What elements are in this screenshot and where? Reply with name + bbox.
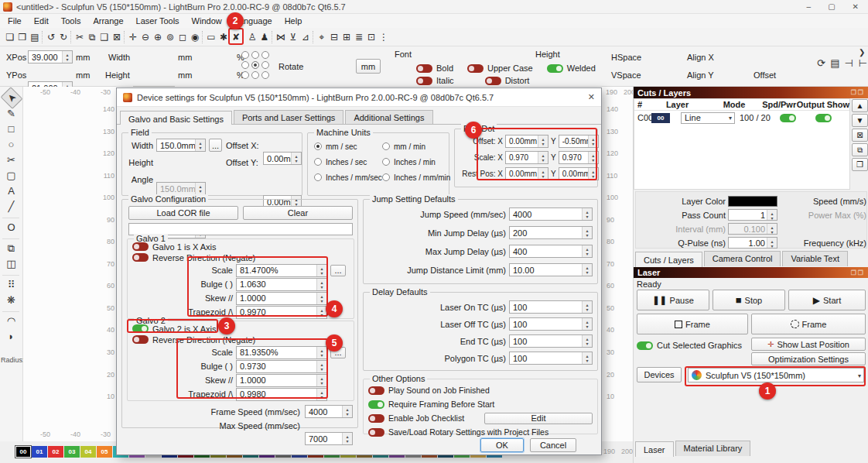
- welded-toggle[interactable]: Welded: [547, 63, 596, 73]
- separator[interactable]: [2, 273, 19, 276]
- clear-cor-button[interactable]: Clear: [243, 206, 353, 220]
- arc-tool[interactable]: ◠: [3, 314, 20, 328]
- interval-input[interactable]: 0.100: [728, 223, 777, 235]
- menu-item[interactable]: Laser Tools: [130, 15, 186, 27]
- new-file-icon[interactable]: ❏: [5, 29, 15, 44]
- camera-capture-icon[interactable]: ◉: [190, 29, 200, 44]
- line-tool[interactable]: ╱: [3, 199, 20, 214]
- distort-toggle[interactable]: Distort: [485, 76, 530, 85]
- preview-icon[interactable]: ▭: [206, 29, 217, 44]
- panel-tab[interactable]: Camera Control: [704, 251, 781, 266]
- separator[interactable]: [202, 31, 204, 43]
- panel-tab[interactable]: Variable Text: [782, 251, 848, 266]
- frame-circle-button[interactable]: Frame: [751, 314, 866, 334]
- palette-chip[interactable]: 03: [64, 446, 80, 458]
- corner-tool[interactable]: ◗: [3, 329, 20, 344]
- optimization-settings-button[interactable]: Optimization Settings: [751, 352, 866, 365]
- galvo-toggle[interactable]: Galvo 1 is X Axis: [132, 242, 255, 252]
- dialog-tab[interactable]: Galvo and Basic Settings: [120, 111, 232, 125]
- zoom-out-icon[interactable]: ⊖: [140, 29, 151, 44]
- separator[interactable]: [2, 215, 19, 218]
- mirror-icon[interactable]: ⊿: [300, 29, 311, 44]
- rotary-tool[interactable]: ❋: [3, 293, 20, 307]
- menu-item[interactable]: Tools: [55, 15, 87, 27]
- separator[interactable]: [313, 31, 315, 43]
- delay-input[interactable]: 100: [509, 352, 593, 365]
- focus-icon[interactable]: ⌖: [316, 29, 327, 44]
- jump-input[interactable]: 10.00: [509, 263, 593, 276]
- text-tool[interactable]: A: [3, 183, 20, 198]
- ok-button[interactable]: OK: [480, 438, 524, 452]
- zoom-in-icon[interactable]: ⊕: [152, 29, 163, 44]
- jump-input[interactable]: 200: [509, 226, 593, 239]
- dialog-close-icon[interactable]: ✕: [588, 92, 595, 102]
- delay-input[interactable]: 100: [509, 300, 593, 314]
- shape-tool[interactable]: ▢: [3, 168, 20, 183]
- edit-nodes-tool[interactable]: ✂: [3, 153, 20, 167]
- separator[interactable]: [2, 309, 19, 312]
- offset-x-input[interactable]: 0.00mm: [263, 152, 302, 165]
- palette-chip[interactable]: 02: [48, 446, 63, 458]
- unit-toggle-button[interactable]: mm: [356, 59, 381, 74]
- delay-input[interactable]: 100: [509, 317, 593, 331]
- xpos-input[interactable]: 39.000: [28, 50, 73, 63]
- user-settings-icon[interactable]: ♙: [247, 29, 258, 44]
- machine-unit-radio[interactable]: Inches / mm/min: [382, 172, 450, 183]
- array-tool[interactable]: ⠿: [3, 277, 20, 292]
- more-icon[interactable]: ⋮: [378, 29, 389, 44]
- delay-input[interactable]: 100: [509, 334, 593, 348]
- tab-laser[interactable]: Laser: [635, 441, 674, 457]
- separator[interactable]: [42, 31, 44, 43]
- paste-icon[interactable]: ❑: [99, 29, 110, 44]
- jump-input[interactable]: 400: [509, 245, 593, 258]
- option-toggle-row[interactable]: Enable Job Checklist Edit: [368, 411, 593, 425]
- align-right-icon[interactable]: ⊢: [857, 57, 868, 69]
- pan-icon[interactable]: ✛: [128, 29, 138, 44]
- weld-tool[interactable]: ⧉: [3, 241, 20, 256]
- open-file-icon[interactable]: ❒: [17, 29, 28, 44]
- upper-case-toggle[interactable]: Upper Case: [467, 63, 533, 73]
- bold-toggle[interactable]: Bold: [416, 63, 453, 73]
- offset-tool[interactable]: O: [3, 220, 20, 235]
- stop-button[interactable]: ■Stop: [713, 290, 785, 310]
- layer-color-chip[interactable]: 00: [651, 113, 670, 123]
- scroll-down-icon[interactable]: ▼: [852, 114, 868, 127]
- machine-unit-radio[interactable]: Inches / sec: [314, 156, 382, 167]
- tab-material-library[interactable]: Material Library: [675, 441, 751, 456]
- galvo-browse-button[interactable]: ...: [330, 265, 346, 276]
- machine-unit-radio[interactable]: mm / min: [382, 141, 450, 152]
- frame-selection-icon[interactable]: ◻: [177, 29, 188, 44]
- separator[interactable]: [124, 31, 126, 43]
- devices-button[interactable]: Devices: [637, 367, 682, 382]
- start-button[interactable]: ▶Start: [788, 290, 866, 310]
- italic-toggle[interactable]: Italic: [416, 76, 454, 85]
- user-icon[interactable]: ♟: [259, 29, 270, 44]
- flip-vertical-icon[interactable]: ⊻: [288, 29, 299, 44]
- max-speed-input[interactable]: 7000: [305, 432, 353, 445]
- jump-input[interactable]: 4000: [509, 207, 593, 221]
- zoom-frame-icon[interactable]: ⊚: [165, 29, 176, 44]
- trash-icon[interactable]: ⊠: [852, 129, 868, 142]
- palette-chip[interactable]: 05: [97, 446, 112, 458]
- cut-icon[interactable]: ✂: [74, 29, 85, 44]
- separator[interactable]: [70, 31, 73, 43]
- separator[interactable]: [2, 236, 19, 239]
- distribute-icon[interactable]: ≣: [354, 29, 364, 44]
- separator[interactable]: [272, 31, 274, 43]
- variable-text-icon[interactable]: ▤: [829, 57, 841, 69]
- panel-tab[interactable]: Cuts / Layers: [635, 252, 702, 267]
- ellipse-tool[interactable]: ○: [3, 137, 20, 152]
- align-vertical-icon[interactable]: ⊞: [341, 29, 352, 44]
- laser-window-icons[interactable]: ❐❐: [851, 269, 865, 276]
- menu-item[interactable]: Edit: [28, 15, 55, 27]
- dock-icon[interactable]: ⊡: [366, 29, 377, 44]
- align-left-icon[interactable]: ⊣: [843, 57, 855, 69]
- delete-icon[interactable]: ⊠: [111, 29, 122, 44]
- frame-speed-input[interactable]: 4000: [305, 405, 353, 418]
- palette-chip[interactable]: 04: [80, 446, 96, 458]
- panel-window-icons[interactable]: ❐❐: [851, 89, 865, 96]
- align-horizontal-icon[interactable]: ⊟: [329, 29, 340, 44]
- layer-show-toggle[interactable]: [815, 114, 846, 122]
- show-last-position-button[interactable]: ✛Show Last Position: [751, 338, 866, 351]
- save-file-icon[interactable]: ▤: [29, 29, 40, 44]
